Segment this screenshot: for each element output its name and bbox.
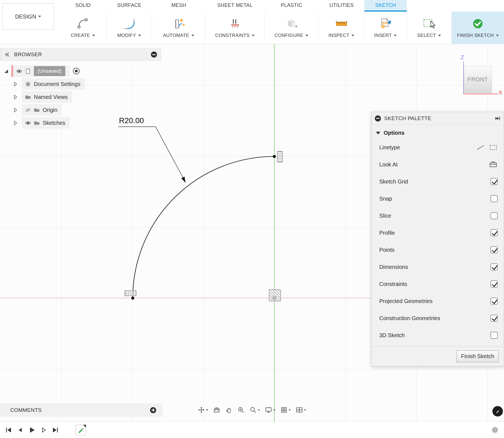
skip-end-icon[interactable] (52, 426, 59, 434)
tool-group-constraints[interactable]: CONSTRAINTS (205, 12, 264, 44)
axis-x-line (463, 94, 498, 94)
viewcube-front-face[interactable]: FRONT (464, 66, 492, 93)
tab-plastic[interactable]: PLASTIC (264, 0, 319, 12)
design-menu-button[interactable]: DESIGN (2, 3, 54, 30)
dimension-leader-line[interactable] (156, 127, 184, 179)
collapse-panel-icon[interactable] (4, 52, 10, 58)
sketch-arc[interactable] (133, 156, 274, 298)
tool-group-modify[interactable]: MODIFY (107, 12, 152, 44)
fit-view-icon[interactable] (249, 405, 261, 414)
skip-start-icon[interactable] (5, 426, 12, 434)
construction-geometries-checkbox[interactable] (491, 315, 498, 322)
expand-icon[interactable] (13, 120, 18, 126)
vertical-constraint-icon[interactable] (277, 151, 283, 163)
tab-sketch[interactable]: SKETCH (364, 0, 407, 12)
tab-sheet-metal[interactable]: SHEET METAL (205, 0, 264, 12)
tab-solid[interactable]: SOLID (59, 0, 107, 12)
browser-item-document-settings[interactable]: Document Settings (13, 78, 161, 90)
dock-panel-icon[interactable] (494, 115, 500, 121)
tool-group-finish-sketch[interactable]: FINISH SKETCH (452, 12, 504, 44)
tool-group-inspect[interactable]: INSPECT (319, 12, 364, 44)
chevron-down-icon (38, 16, 41, 17)
eye-icon[interactable] (16, 68, 22, 74)
dimensions-checkbox[interactable] (491, 263, 498, 271)
activate-component-radio[interactable] (73, 68, 80, 74)
sketch-grid-checkbox[interactable] (491, 178, 498, 185)
arc-endpoint-top[interactable] (273, 155, 276, 158)
create-sketch-icon (76, 17, 90, 30)
look-at-icon[interactable] (212, 405, 221, 414)
minimize-browser-icon[interactable] (151, 52, 157, 58)
select-marquee-icon (422, 17, 436, 30)
horizontal-constraint-icon[interactable] (124, 290, 137, 296)
browser-item-origin[interactable]: Origin (13, 104, 161, 116)
profile-checkbox[interactable] (491, 229, 498, 236)
browser-root-row[interactable]: (Unsaved) (4, 65, 161, 77)
palette-row-snap: Snap (372, 190, 504, 207)
minimize-palette-icon[interactable] (375, 115, 381, 121)
tool-group-insert[interactable]: SVG INSERT (364, 12, 407, 44)
step-forward-icon[interactable] (40, 426, 47, 434)
settings-gear-icon[interactable] (491, 426, 499, 434)
browser-title: BROWSER (14, 52, 147, 58)
fillet-icon (123, 17, 136, 30)
view-cube[interactable]: Z FRONT X (460, 54, 504, 98)
eye-icon[interactable] (25, 120, 31, 126)
sketch-canvas[interactable]: R20.00 BROWSER (Unsaved) (0, 44, 504, 421)
tool-group-select[interactable]: SELECT (407, 12, 452, 44)
comments-bar[interactable]: COMMENTS (0, 404, 162, 417)
chevron-down-icon (305, 35, 308, 36)
expand-icon[interactable] (13, 81, 18, 87)
look-at-icon[interactable] (489, 160, 498, 169)
tool-group-configure[interactable]: CONFIGURE (264, 12, 319, 44)
browser-item-named-views[interactable]: Named Views (13, 91, 161, 103)
slice-checkbox[interactable] (491, 212, 498, 219)
orbit-icon[interactable] (197, 405, 209, 414)
expand-icon[interactable] (13, 107, 18, 113)
expand-icon[interactable] (13, 94, 18, 100)
add-comment-icon[interactable] (150, 407, 156, 413)
row-label: Points (379, 247, 491, 253)
centerline-icon[interactable] (476, 143, 485, 152)
viewports-icon[interactable] (295, 405, 307, 414)
eye-off-icon[interactable] (25, 107, 31, 113)
sketch-palette: SKETCH PALETTE Options Linetype (371, 112, 504, 366)
snap-checkbox[interactable] (491, 195, 498, 202)
automate-label: AUTOMATE (163, 33, 189, 38)
grid-settings-icon[interactable] (280, 405, 292, 414)
gear-icon (25, 81, 31, 87)
axis-x-label: X (498, 89, 502, 96)
constraints-checkbox[interactable] (491, 280, 498, 288)
arc-endpoint-left[interactable] (131, 297, 134, 300)
tab-utilities[interactable]: UTILITIES (319, 0, 364, 12)
pan-hand-icon[interactable] (224, 405, 233, 414)
points-checkbox[interactable] (491, 246, 498, 253)
options-section-header[interactable]: Options (372, 125, 504, 138)
sketch-palette-header[interactable]: SKETCH PALETTE (372, 112, 504, 125)
chevron-down-icon (351, 35, 354, 36)
finish-sketch-button[interactable]: Finish Sketch (456, 350, 499, 362)
tool-group-automate[interactable]: AUTOMATE (152, 12, 205, 44)
expand-root-icon[interactable] (4, 69, 8, 73)
root-chip[interactable]: (Unsaved) (11, 65, 70, 77)
folder-icon (25, 94, 31, 100)
palette-row-look-at: Look At (372, 156, 504, 173)
browser-header[interactable]: BROWSER (0, 48, 161, 61)
fix-constraint-icon[interactable] (269, 289, 281, 301)
tab-mesh[interactable]: MESH (152, 0, 205, 12)
status-indicator-icon[interactable] (492, 406, 503, 417)
construction-line-icon[interactable] (489, 143, 498, 152)
zoom-icon[interactable] (237, 405, 245, 414)
step-back-icon[interactable] (17, 426, 24, 434)
play-icon[interactable] (28, 426, 36, 434)
tab-surface[interactable]: SURFACE (107, 0, 152, 12)
browser-item-sketches[interactable]: Sketches (13, 117, 161, 129)
axis-z-label: Z (460, 54, 464, 61)
3d-sketch-checkbox[interactable] (491, 332, 498, 339)
configure-label: CONFIGURE (275, 33, 304, 38)
projected-geometries-checkbox[interactable] (491, 298, 498, 305)
display-settings-icon[interactable] (264, 405, 276, 414)
sketch-feature-icon[interactable] (75, 425, 86, 435)
tool-group-create[interactable]: CREATE (59, 12, 107, 44)
row-label: Profile (379, 230, 491, 236)
